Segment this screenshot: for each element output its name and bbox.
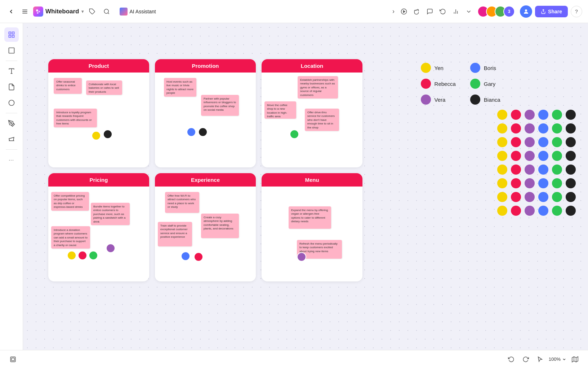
legend-label-bianca: Bianca xyxy=(484,97,500,103)
svg-point-23 xyxy=(9,100,14,106)
more-button[interactable] xyxy=(463,6,475,17)
minimap-button[interactable] xyxy=(7,354,19,365)
board-location-body: Establish partnerships with nearby busin… xyxy=(262,73,362,167)
sticky-note[interactable]: Train staff to provide exceptional custo… xyxy=(158,222,192,246)
redo-button[interactable] xyxy=(520,354,531,365)
frame-tool[interactable] xyxy=(4,43,19,58)
sticky-note[interactable]: Introduce a donation program where custo… xyxy=(51,226,90,249)
app-title-text: Whiteboard xyxy=(45,8,79,15)
board-experience-body: Offer free Wi-Fi to attract customers wh… xyxy=(155,187,256,281)
toolbar-divider-3 xyxy=(6,149,17,150)
header-left: Whiteboard ▾ AI Assistant xyxy=(6,5,387,18)
zoom-button[interactable]: 100% xyxy=(549,356,566,362)
dot-cell xyxy=(497,151,507,161)
dot-cell xyxy=(552,151,562,161)
svg-rect-25 xyxy=(10,357,15,362)
sticky-note[interactable]: Move the coffee shop to a new location i… xyxy=(264,101,296,119)
ai-label: AI Assistant xyxy=(130,9,156,14)
svg-point-3 xyxy=(36,9,38,12)
board-avatar-boris xyxy=(187,127,196,137)
canvas[interactable]: Product Offer seasonal drinks to entice … xyxy=(23,23,588,350)
pointer-button[interactable] xyxy=(534,354,546,365)
header: Whiteboard ▾ AI Assistant › xyxy=(0,0,588,23)
dot-cell xyxy=(552,178,562,188)
sticky-note[interactable]: Partner with popular influencers or blog… xyxy=(201,95,239,116)
sticky-note[interactable]: Bundle items together to entice customer… xyxy=(91,203,130,225)
help-button[interactable]: ? xyxy=(571,6,582,17)
dot-cell xyxy=(497,123,507,133)
svg-point-4 xyxy=(39,10,40,12)
dot-cell xyxy=(538,151,548,161)
reaction-button[interactable] xyxy=(411,6,423,17)
sticky-note[interactable]: Create a cozy atmosphere by adding comfo… xyxy=(201,214,239,238)
board-menu-header: Menu xyxy=(262,173,362,187)
pen-tool[interactable] xyxy=(4,116,19,131)
sticky-note[interactable]: Expand the menu by offering vegan or all… xyxy=(289,206,331,229)
sticky-note[interactable]: Offer drive-thru service for customers w… xyxy=(305,109,339,131)
board-avatar-bianca2 xyxy=(198,127,208,137)
svg-line-8 xyxy=(108,13,109,14)
sticky-note[interactable]: Host events such as live music or trivia… xyxy=(164,78,196,97)
dot-cell xyxy=(566,206,576,216)
sticky-note[interactable]: Establish partnerships with nearby busin… xyxy=(298,76,338,98)
text-tool[interactable] xyxy=(4,64,19,78)
dot-cell xyxy=(497,192,507,202)
sticky-note[interactable]: Offer free Wi-Fi to attract customers wh… xyxy=(165,192,199,213)
eraser-tool[interactable] xyxy=(4,132,19,146)
undo-button[interactable] xyxy=(505,354,517,365)
ai-assistant-button[interactable]: AI Assistant xyxy=(115,5,160,18)
title-chevron[interactable]: ▾ xyxy=(81,9,84,14)
dot-cell xyxy=(538,206,548,216)
back-button[interactable] xyxy=(6,6,17,17)
menu-button[interactable] xyxy=(19,6,30,17)
boards-container: Product Offer seasonal drinks to entice … xyxy=(48,59,362,281)
svg-marker-27 xyxy=(572,356,578,362)
legend-label-boris: Boris xyxy=(484,65,496,71)
legend-label-vera: Vera xyxy=(435,97,446,103)
app-title: Whiteboard ▾ xyxy=(33,6,84,17)
tags-button[interactable] xyxy=(86,6,98,17)
legend-item-gary: Gary xyxy=(470,79,505,89)
dot-cell xyxy=(538,123,548,133)
dot-cell xyxy=(525,206,535,216)
share-button[interactable]: Share xyxy=(535,6,568,17)
more-tools[interactable]: ··· xyxy=(4,153,19,167)
sticky-note[interactable]: Offer competitive pricing on popular ite… xyxy=(51,192,89,211)
dot-cell xyxy=(525,137,535,147)
svg-marker-10 xyxy=(404,10,405,13)
legend-dot-boris xyxy=(470,63,480,73)
sticky-tool[interactable] xyxy=(4,80,19,94)
avatar-count: 3 xyxy=(503,6,515,17)
dot-cell xyxy=(511,151,521,161)
sticky-note[interactable]: Introduce a loyalty program that rewards… xyxy=(54,109,97,127)
bottom-right: 100% xyxy=(505,354,581,365)
board-avatar-rebecca xyxy=(78,251,87,260)
expand-button[interactable]: › xyxy=(390,5,397,17)
board-product-header: Product xyxy=(48,59,149,73)
dot-cell xyxy=(538,110,548,120)
toolbar-divider-2 xyxy=(6,113,17,113)
comment-button[interactable] xyxy=(424,6,436,17)
sticky-note[interactable]: Offer seasonal drinks to entice customer… xyxy=(54,78,82,94)
legend-item-bianca: Bianca xyxy=(470,95,505,105)
history-button[interactable] xyxy=(437,6,449,17)
board-avatar-gary2 xyxy=(89,251,98,260)
play-button[interactable] xyxy=(398,6,410,17)
map-view-button[interactable] xyxy=(569,354,581,365)
board-menu-body: Expand the menu by offering vegan or all… xyxy=(262,187,362,281)
dot-cell xyxy=(552,110,562,120)
legend-dot-vera xyxy=(421,95,431,105)
header-center: › xyxy=(390,5,475,17)
svg-rect-16 xyxy=(9,32,11,34)
layers-tool[interactable] xyxy=(4,27,19,42)
chart-button[interactable] xyxy=(450,6,462,17)
board-avatar-gary xyxy=(290,130,299,139)
sticky-note[interactable]: Collaborate with local bakeries or cafes… xyxy=(86,80,122,95)
board-pricing: Pricing Offer competitive pricing on pop… xyxy=(48,173,149,281)
search-button[interactable] xyxy=(101,6,112,17)
dot-cell xyxy=(525,110,535,120)
svg-rect-26 xyxy=(12,358,14,361)
left-toolbar: ··· xyxy=(0,23,23,368)
svg-rect-19 xyxy=(12,35,14,38)
shapes-tool[interactable] xyxy=(4,96,19,110)
